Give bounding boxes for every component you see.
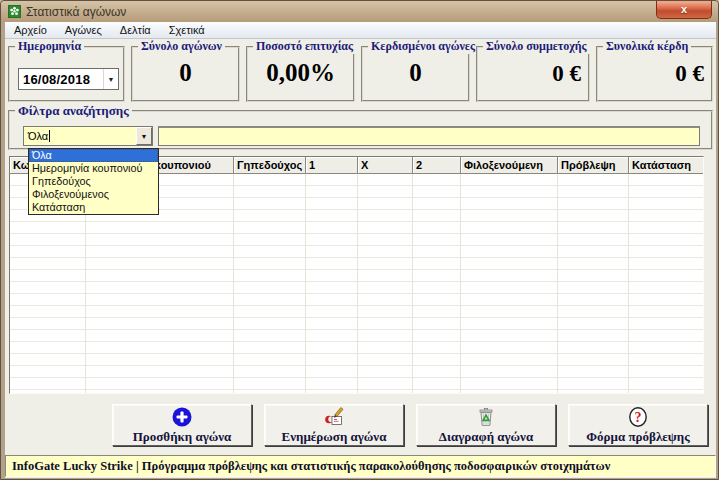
prediction-form-button[interactable]: ? Φόρμα πρόβλεψης — [568, 404, 708, 446]
col-header-prediction[interactable]: Πρόβλεψη — [558, 157, 629, 174]
client-area: Ημερομηνία 16/08/2018 ▼ Σύνολο αγώνων 0 … — [5, 39, 716, 478]
date-picker[interactable]: 16/08/2018 ▼ — [18, 68, 119, 90]
dropdown-item-coupon-date[interactable]: Ημερομηνία κουπονιού — [29, 162, 158, 175]
close-button[interactable]: x — [656, 1, 712, 19]
success-rate-label: Ποσοστό επιτυχίας — [253, 39, 356, 54]
stats-row: Ημερομηνία 16/08/2018 ▼ Σύνολο αγώνων 0 … — [8, 46, 713, 102]
update-match-button[interactable]: Ενημέρωση αγώνα — [264, 404, 404, 446]
menu-file[interactable]: Αρχείο — [5, 23, 56, 38]
svg-text:?: ? — [635, 410, 642, 425]
add-match-label: Προσθήκη αγώνα — [133, 429, 232, 445]
dropdown-item-all[interactable]: Όλα — [29, 149, 158, 162]
groupbox-total-matches: Σύνολο αγώνων 0 — [131, 46, 240, 102]
date-value: 16/08/2018 — [19, 72, 103, 87]
col-header-status[interactable]: Κατάσταση — [629, 157, 703, 174]
groupbox-won-matches: Κερδισμένοι αγώνες 0 — [361, 46, 470, 102]
title-bar[interactable]: Στατιστικά αγώνων x — [1, 1, 718, 22]
date-dropdown-arrow-icon[interactable]: ▼ — [103, 69, 118, 89]
text-caret — [49, 130, 50, 142]
dropdown-item-status[interactable]: Κατάσταση — [29, 201, 158, 214]
total-stake-label: Σύνολο συμμετοχής — [483, 39, 590, 54]
groupbox-filters: Φίλτρα αναζήτησης Όλα ▼ — [8, 110, 713, 150]
menu-coupons[interactable]: Δελτία — [111, 23, 160, 38]
delete-match-button[interactable]: Διαγραφή αγώνα — [416, 404, 556, 446]
filter-combobox[interactable]: Όλα ▼ — [23, 126, 153, 146]
won-matches-label: Κερδισμένοι αγώνες — [368, 39, 478, 54]
table-gridline — [558, 174, 629, 393]
groupbox-date: Ημερομηνία 16/08/2018 ▼ — [8, 46, 125, 102]
status-text: InfoGate Lucky Strike | Πρόγραμμα πρόβλε… — [12, 459, 610, 474]
table-gridline — [358, 174, 413, 393]
col-header-2[interactable]: 2 — [413, 157, 461, 174]
prediction-form-label: Φόρμα πρόβλεψης — [586, 429, 689, 445]
update-match-label: Ενημέρωση αγώνα — [282, 429, 387, 445]
filter-search-input[interactable] — [158, 126, 700, 146]
col-header-away-team[interactable]: Φιλοξενούμενη — [461, 157, 558, 174]
action-buttons: Προσθήκη αγώνα Ενημέρωση αγώνα — [112, 404, 708, 446]
groupbox-success-rate: Ποσοστό επιτυχίας 0,00% — [246, 46, 355, 102]
table-gridline — [306, 174, 358, 393]
total-profit-label: Συνολικά κέρδη — [603, 39, 691, 54]
combobox-dropdown-arrow-icon[interactable]: ▼ — [136, 127, 152, 145]
add-icon — [171, 406, 193, 428]
delete-icon — [475, 406, 497, 428]
filters-label: Φίλτρα αναζήτησης — [15, 103, 132, 119]
dropdown-item-away-team[interactable]: Φιλοξενούμενος — [29, 188, 158, 201]
window-title: Στατιστικά αγώνων — [26, 5, 126, 19]
table-gridline — [413, 174, 461, 393]
edit-icon — [323, 406, 345, 428]
filter-dropdown-list: Όλα Ημερομηνία κουπονιού Γηπεδούχος Φιλο… — [28, 148, 159, 215]
add-match-button[interactable]: Προσθήκη αγώνα — [112, 404, 252, 446]
app-flower-icon — [8, 5, 21, 18]
col-header-home-team[interactable]: Γηπεδούχος — [234, 157, 306, 174]
menu-about[interactable]: Σχετικά — [160, 23, 214, 38]
status-bar: InfoGate Lucky Strike | Πρόγραμμα πρόβλε… — [5, 455, 716, 477]
groupbox-date-label: Ημερομηνία — [15, 39, 84, 54]
col-header-x[interactable]: X — [358, 157, 413, 174]
question-icon: ? — [627, 406, 649, 428]
dropdown-item-home-team[interactable]: Γηπεδούχος — [29, 175, 158, 188]
table-gridline — [629, 174, 703, 393]
table-gridline — [461, 174, 558, 393]
groupbox-total-stake: Σύνολο συμμετοχής 0 € — [476, 46, 590, 102]
menu-bar: Αρχείο Αγώνες Δελτία Σχετικά — [5, 22, 716, 39]
filters-inner: Όλα ▼ — [23, 126, 700, 146]
groupbox-total-profit: Συνολικά κέρδη 0 € — [596, 46, 713, 102]
filter-combobox-value: Όλα — [24, 130, 136, 142]
col-header-1[interactable]: 1 — [306, 157, 358, 174]
app-window: Στατιστικά αγώνων x Αρχείο Αγώνες Δελτία… — [0, 0, 719, 480]
menu-matches[interactable]: Αγώνες — [56, 23, 111, 38]
total-matches-label: Σύνολο αγώνων — [138, 39, 225, 54]
delete-match-label: Διαγραφή αγώνα — [439, 429, 533, 445]
table-gridline — [234, 174, 306, 393]
